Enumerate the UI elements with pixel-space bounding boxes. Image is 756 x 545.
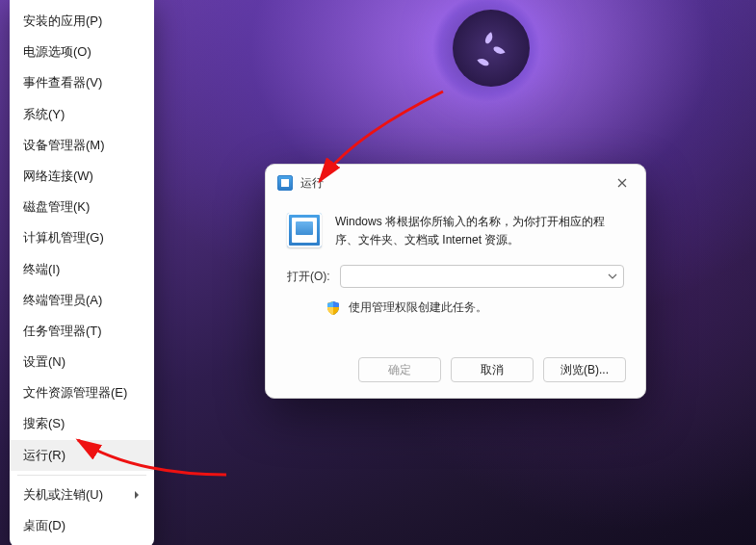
- menu-item-file-explorer[interactable]: 文件资源管理器(E): [10, 377, 154, 408]
- menu-item-task-manager[interactable]: 任务管理器(T): [10, 316, 154, 347]
- run-icon: [277, 175, 293, 191]
- admin-note: 使用管理权限创建此任务。: [349, 299, 487, 316]
- menu-item-shutdown-signout[interactable]: 关机或注销(U): [10, 480, 154, 510]
- winx-menu: 安装的应用(P) 电源选项(O) 事件查看器(V) 系统(Y) 设备管理器(M)…: [10, 0, 154, 545]
- open-label: 打开(O):: [287, 269, 330, 285]
- ok-button[interactable]: 确定: [358, 357, 441, 382]
- wallpaper-emblem: [453, 10, 530, 87]
- menu-item-run[interactable]: 运行(R): [10, 440, 154, 471]
- chevron-down-icon: [608, 272, 617, 281]
- shield-icon: [326, 300, 341, 316]
- close-button[interactable]: [609, 172, 636, 194]
- menu-item-settings[interactable]: 设置(N): [10, 347, 154, 377]
- menu-item-event-viewer[interactable]: 事件查看器(V): [10, 67, 154, 98]
- menu-item-computer-management[interactable]: 计算机管理(G): [10, 222, 154, 253]
- menu-item-installed-apps[interactable]: 安装的应用(P): [10, 6, 154, 37]
- cancel-button[interactable]: 取消: [451, 357, 534, 382]
- menu-item-device-manager[interactable]: 设备管理器(M): [10, 130, 154, 161]
- menu-item-search[interactable]: 搜索(S): [10, 408, 154, 439]
- dialog-description: Windows 将根据你所输入的名称，为你打开相应的程序、文件夹、文档或 Int…: [335, 213, 624, 249]
- chevron-right-icon: [133, 491, 141, 499]
- menu-item-network-connections[interactable]: 网络连接(W): [10, 161, 154, 192]
- menu-separator: [17, 475, 146, 476]
- browse-button[interactable]: 浏览(B)...: [543, 357, 626, 382]
- open-input[interactable]: [340, 265, 624, 288]
- dialog-title: 运行: [300, 175, 324, 192]
- menu-item-system[interactable]: 系统(Y): [10, 99, 154, 130]
- run-large-icon: [287, 213, 322, 247]
- menu-item-power-options[interactable]: 电源选项(O): [10, 37, 154, 67]
- run-dialog: 运行 Windows 将根据你所输入的名称，为你打开相应的程序、文件夹、文档或 …: [265, 164, 646, 399]
- menu-item-terminal-admin[interactable]: 终端管理员(A): [10, 285, 154, 316]
- menu-item-disk-management[interactable]: 磁盘管理(K): [10, 192, 154, 222]
- dialog-titlebar: 运行: [266, 165, 645, 199]
- menu-item-terminal[interactable]: 终端(I): [10, 254, 154, 285]
- close-icon: [617, 178, 627, 188]
- menu-item-desktop[interactable]: 桌面(D): [10, 510, 154, 541]
